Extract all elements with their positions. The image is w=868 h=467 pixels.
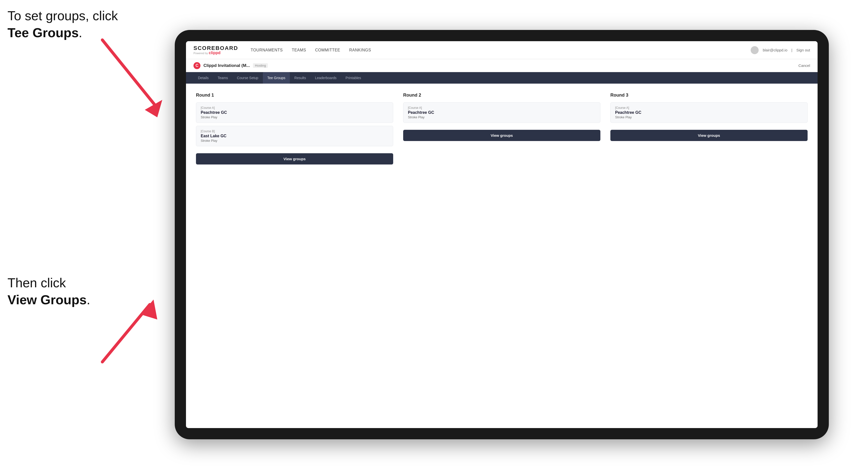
round-2-course-a-format: Stroke Play <box>408 115 596 119</box>
round-3-title: Round 3 <box>610 93 808 98</box>
round-1-column: Round 1 [Course A] Peachtree GC Stroke P… <box>196 93 393 164</box>
arrow-bottom-icon <box>95 289 165 369</box>
logo-scoreboard-text: SCOREBOARD <box>193 45 238 51</box>
tablet-frame: SCOREBOARD Powered by clippd TOURNAMENTS… <box>175 30 829 439</box>
round-1-course-b-card: [Course B] East Lake GC Stroke Play <box>196 126 393 146</box>
cancel-button[interactable]: Cancel <box>798 63 810 68</box>
user-email: blair@clippd.io <box>763 48 787 52</box>
tab-course-setup[interactable]: Course Setup <box>232 72 263 84</box>
clippd-logo: C <box>193 62 200 69</box>
logo-text: SCOREBOARD <box>193 45 238 51</box>
round-3-course-a-label: [Course A] <box>615 106 803 110</box>
round-1-course-b-label: [Course B] <box>201 129 389 133</box>
round-2-title: Round 2 <box>403 93 600 98</box>
round-2-view-groups-button[interactable]: View groups <box>403 130 600 141</box>
instruction-bottom-line1: Then click <box>7 276 66 290</box>
round-1-title: Round 1 <box>196 93 393 98</box>
round-3-view-groups-button[interactable]: View groups <box>610 130 808 141</box>
round-2-course-a-label: [Course A] <box>408 106 596 110</box>
round-1-course-b-name: East Lake GC <box>201 134 389 138</box>
round-1-course-a-format: Stroke Play <box>201 115 389 119</box>
logo-sub-text: Powered by clippd <box>193 51 238 55</box>
round-1-course-a-label: [Course A] <box>201 106 389 110</box>
rounds-container: Round 1 [Course A] Peachtree GC Stroke P… <box>196 93 808 164</box>
round-3-course-a-card: [Course A] Peachtree GC Stroke Play <box>610 102 808 123</box>
nav-committee[interactable]: COMMITTEE <box>315 48 340 53</box>
tab-results[interactable]: Results <box>290 72 311 84</box>
main-content: Round 1 [Course A] Peachtree GC Stroke P… <box>186 84 817 428</box>
round-2-column: Round 2 [Course A] Peachtree GC Stroke P… <box>403 93 600 164</box>
arrow-top-icon <box>95 32 175 120</box>
tablet-screen: SCOREBOARD Powered by clippd TOURNAMENTS… <box>186 41 817 428</box>
round-3-column: Round 3 [Course A] Peachtree GC Stroke P… <box>610 93 808 164</box>
svg-line-0 <box>102 40 155 105</box>
svg-marker-3 <box>141 300 157 319</box>
sub-header-title: Clippd Invitational (M... <box>204 63 250 68</box>
round-1-course-b-format: Stroke Play <box>201 139 389 143</box>
nav-separator: | <box>792 48 793 52</box>
tab-printables[interactable]: Printables <box>341 72 366 84</box>
tabs-nav: Details Teams Course Setup Tee Groups Re… <box>186 72 817 84</box>
instruction-bottom: Then click View Groups. <box>7 275 90 308</box>
nav-rankings[interactable]: RANKINGS <box>349 48 371 53</box>
nav-left: SCOREBOARD Powered by clippd TOURNAMENTS… <box>193 45 371 55</box>
round-2-course-a-card: [Course A] Peachtree GC Stroke Play <box>403 102 600 123</box>
sign-out-link[interactable]: Sign out <box>796 48 810 52</box>
tab-teams[interactable]: Teams <box>213 72 232 84</box>
logo-c: clippd <box>209 51 220 55</box>
instruction-top-bold: Tee Groups <box>7 26 79 40</box>
round-1-course-a-name: Peachtree GC <box>201 110 389 115</box>
round-1-view-groups-button[interactable]: View groups <box>196 153 393 164</box>
sub-header: C Clippd Invitational (M... Hosting Canc… <box>186 59 817 72</box>
round-2-course-a-name: Peachtree GC <box>408 110 596 115</box>
nav-teams[interactable]: TEAMS <box>292 48 306 53</box>
top-nav: SCOREBOARD Powered by clippd TOURNAMENTS… <box>186 41 817 59</box>
nav-links: TOURNAMENTS TEAMS COMMITTEE RANKINGS <box>251 48 371 53</box>
tab-tee-groups[interactable]: Tee Groups <box>263 72 290 84</box>
tab-details[interactable]: Details <box>193 72 213 84</box>
user-avatar <box>751 46 758 54</box>
instruction-top-line1: To set groups, click <box>7 8 118 23</box>
sub-header-badge: Hosting <box>253 63 268 68</box>
sub-header-left: C Clippd Invitational (M... Hosting <box>193 62 268 69</box>
nav-right: blair@clippd.io | Sign out <box>751 46 810 54</box>
round-3-course-a-format: Stroke Play <box>615 115 803 119</box>
nav-tournaments[interactable]: TOURNAMENTS <box>251 48 283 53</box>
tab-leaderboards[interactable]: Leaderboards <box>311 72 341 84</box>
logo-area: SCOREBOARD Powered by clippd <box>193 45 238 55</box>
round-1-course-a-card: [Course A] Peachtree GC Stroke Play <box>196 102 393 123</box>
instruction-bottom-bold: View Groups <box>7 292 87 307</box>
round-3-course-a-name: Peachtree GC <box>615 110 803 115</box>
